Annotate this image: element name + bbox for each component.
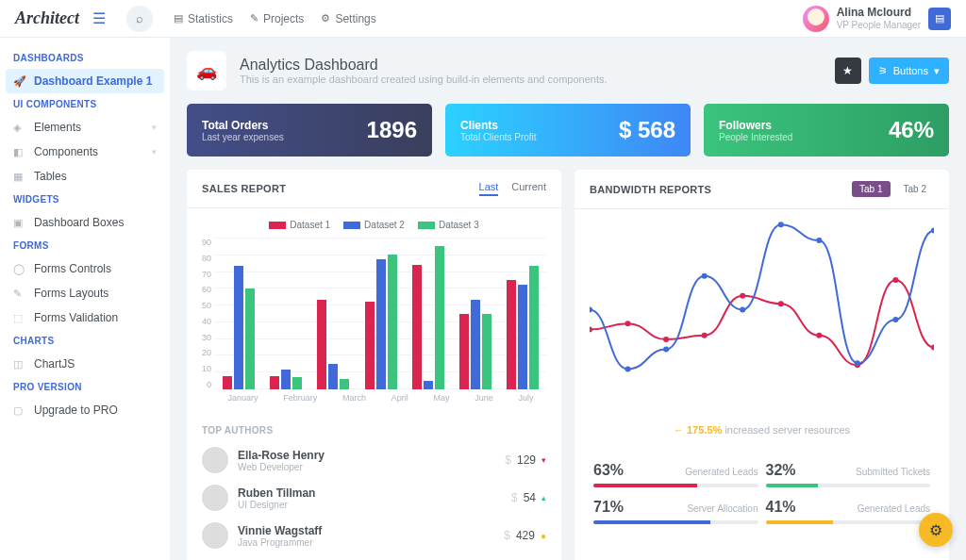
topnav-label: Projects bbox=[263, 12, 304, 25]
topnav-settings[interactable]: ⚙Settings bbox=[321, 12, 375, 25]
author-row[interactable]: Vinnie WagstaffJava Programmer$429● bbox=[187, 517, 561, 554]
brand-logo: Architect bbox=[15, 8, 79, 28]
legend-item: Dataset 2 bbox=[343, 220, 405, 230]
topnav-projects[interactable]: ✎Projects bbox=[250, 12, 304, 25]
sales-bar-chart: 9080706050403020100 JanuaryFebruaryMarch… bbox=[202, 238, 546, 403]
author-value: 129 bbox=[517, 453, 536, 467]
chevron-down-icon: ▾ bbox=[152, 123, 157, 132]
sidebar-item-forms-layouts[interactable]: ✎Forms Layouts bbox=[0, 281, 170, 305]
search-button[interactable]: ⌕ bbox=[126, 6, 153, 32]
line-series bbox=[590, 280, 934, 365]
data-point bbox=[625, 367, 631, 372]
tab-current[interactable]: Current bbox=[511, 181, 546, 196]
sidebar-item-label: Tables bbox=[34, 170, 67, 183]
bar bbox=[281, 370, 291, 389]
stat-sublabel: Last year expenses bbox=[202, 132, 284, 142]
author-name: Vinnie Wagstaff bbox=[238, 524, 322, 537]
chevron-down-icon: ▾ bbox=[152, 147, 157, 156]
author-name: Ruben Tillman bbox=[238, 486, 315, 500]
x-tick: January bbox=[227, 393, 258, 403]
sidebar-item-label: ChartJS bbox=[34, 357, 75, 371]
sidebar-item-icon: ◈ bbox=[13, 122, 26, 134]
author-row[interactable]: Ruben TillmanUI Designer$54▴ bbox=[187, 479, 561, 517]
stat-label: Followers bbox=[719, 119, 792, 132]
bar-group bbox=[507, 238, 539, 389]
sidebar-item-forms-controls[interactable]: ◯Forms Controls bbox=[0, 256, 170, 281]
sidebar-item-upgrade-to-pro[interactable]: ▢Upgrade to PRO bbox=[0, 398, 170, 422]
author-role: Java Programmer bbox=[238, 537, 322, 548]
author-row[interactable]: Ella-Rose HenryWeb Developer$129▾ bbox=[187, 441, 561, 479]
avatar bbox=[202, 522, 228, 549]
page-icon: 🚗 bbox=[187, 51, 226, 91]
bar bbox=[365, 302, 375, 389]
sidebar-item-dashboard-boxes[interactable]: ▣Dashboard Boxes bbox=[0, 210, 170, 235]
sidebar-heading: DASHBOARDS bbox=[0, 47, 170, 69]
bar bbox=[223, 376, 232, 389]
main-content: 🚗 Analytics Dashboard This is an example… bbox=[170, 38, 966, 560]
data-point bbox=[702, 333, 708, 338]
buttons-dropdown[interactable]: ⚞ Buttons ▾ bbox=[869, 58, 949, 84]
data-point bbox=[778, 222, 784, 227]
avatar bbox=[803, 6, 829, 32]
sidebar-heading: WIDGETS bbox=[0, 189, 170, 210]
user-name: Alina Mclourd bbox=[837, 7, 921, 19]
x-tick: July bbox=[519, 393, 534, 403]
top-authors-title: TOP AUTHORS bbox=[187, 414, 561, 441]
stat-value: 46% bbox=[889, 117, 934, 143]
sidebar-item-label: Dashboard Example 1 bbox=[34, 74, 152, 88]
sidebar-item-elements[interactable]: ◈Elements▾ bbox=[0, 115, 170, 140]
data-point bbox=[590, 327, 592, 333]
sidebar-item-tables[interactable]: ▦Tables bbox=[0, 164, 170, 189]
menu-toggle-icon[interactable]: ☰ bbox=[92, 9, 106, 27]
warning-icon: ● bbox=[541, 531, 546, 541]
arrow-left-icon: ← bbox=[674, 424, 684, 436]
sidebar-item-label: Elements bbox=[34, 121, 81, 134]
sidebar-item-icon: ◧ bbox=[13, 146, 26, 158]
bar bbox=[412, 265, 422, 389]
chevron-down-icon: ▾ bbox=[541, 455, 546, 465]
header: Architect ☰ ⌕ ▤Statistics✎Projects⚙Setti… bbox=[0, 0, 966, 38]
sidebar-heading: PRO VERSION bbox=[0, 376, 170, 398]
chevron-down-icon: ▾ bbox=[934, 65, 940, 77]
resources-summary: ← 175.5% increased server resources bbox=[590, 419, 934, 445]
mini-pct: 71% bbox=[593, 499, 624, 516]
sales-report-card: SALES REPORT Last Current Dataset 1Datas… bbox=[187, 170, 561, 560]
bar bbox=[328, 364, 338, 389]
bar-group bbox=[270, 238, 302, 389]
calendar-icon: ▤ bbox=[935, 12, 944, 25]
projects-icon: ✎ bbox=[250, 12, 258, 25]
tab-2[interactable]: Tab 2 bbox=[896, 181, 934, 197]
star-icon: ★ bbox=[842, 64, 853, 77]
gear-icon: ⚙ bbox=[929, 521, 942, 539]
sales-report-title: SALES REPORT bbox=[202, 183, 286, 194]
sidebar-item-forms-validation[interactable]: ⬚Forms Validation bbox=[0, 305, 170, 330]
favorite-button[interactable]: ★ bbox=[835, 58, 861, 84]
bar bbox=[234, 266, 243, 389]
mini-stat: 41%Generated Leads bbox=[762, 493, 935, 530]
settings-fab[interactable]: ⚙ bbox=[919, 513, 953, 547]
bar bbox=[317, 300, 326, 389]
sidebar-item-dashboard-example-1[interactable]: 🚀Dashboard Example 1 bbox=[6, 69, 164, 93]
x-tick: April bbox=[391, 393, 408, 403]
topnav-label: Statistics bbox=[188, 12, 233, 25]
stat-card-clients: ClientsTotal Clients Profit$ 568 bbox=[445, 104, 691, 156]
bar bbox=[518, 285, 527, 389]
data-point bbox=[855, 360, 860, 366]
calendar-button[interactable]: ▤ bbox=[928, 8, 951, 30]
buttons-icon: ⚞ bbox=[878, 65, 888, 77]
topnav-statistics[interactable]: ▤Statistics bbox=[174, 12, 233, 25]
user-menu[interactable]: Alina Mclourd VP People Manager ▤ bbox=[803, 6, 951, 32]
tab-1[interactable]: Tab 1 bbox=[852, 181, 890, 197]
bar bbox=[459, 314, 469, 390]
author-row[interactable]: Ella-Rose Henry$ bbox=[187, 554, 561, 560]
x-tick: June bbox=[475, 393, 493, 403]
bar bbox=[424, 381, 433, 389]
search-icon: ⌕ bbox=[136, 11, 143, 25]
data-point bbox=[816, 333, 822, 338]
sidebar-item-chartjs[interactable]: ◫ChartJS bbox=[0, 352, 170, 376]
sidebar-item-components[interactable]: ◧Components▾ bbox=[0, 140, 170, 164]
data-point bbox=[931, 228, 934, 234]
sidebar-item-icon: ◫ bbox=[13, 358, 26, 371]
tab-last[interactable]: Last bbox=[479, 181, 499, 196]
data-point bbox=[892, 277, 898, 283]
